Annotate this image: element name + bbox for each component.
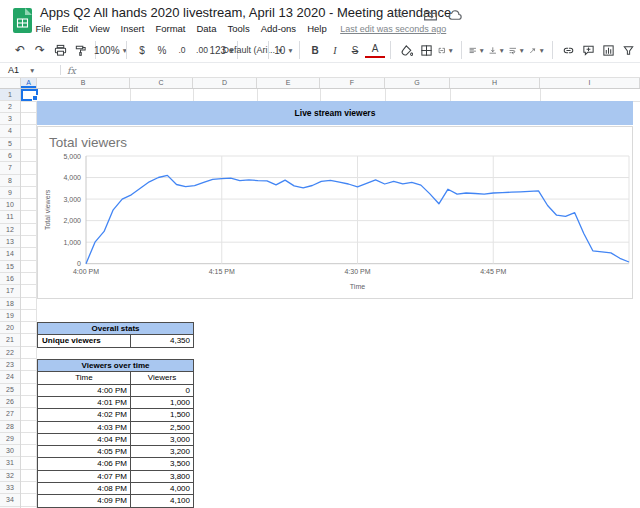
row-header-25[interactable]: 25 bbox=[0, 384, 20, 396]
column-header-c[interactable]: C bbox=[130, 78, 193, 88]
merge-cells-button[interactable]: ▼ bbox=[436, 40, 456, 60]
column-header-g[interactable]: G bbox=[385, 78, 450, 88]
borders-button[interactable] bbox=[416, 40, 436, 60]
menu-view[interactable]: View bbox=[84, 23, 115, 34]
text-wrap-button[interactable]: ▼ bbox=[507, 40, 527, 60]
row-header-7[interactable]: 7 bbox=[0, 162, 20, 174]
row-header-19[interactable]: 19 bbox=[0, 310, 20, 322]
time-cell[interactable]: 4:08 PM bbox=[38, 483, 131, 495]
filter-button[interactable] bbox=[618, 40, 638, 60]
menu-file[interactable]: File bbox=[30, 23, 56, 34]
stat-label-cell[interactable]: Unique viewers bbox=[38, 335, 131, 347]
overall-stats-header-cell[interactable]: Overall stats bbox=[38, 323, 194, 335]
row-header-10[interactable]: 10 bbox=[0, 199, 20, 211]
viewers-table-header-cell[interactable]: Viewers over time bbox=[38, 360, 194, 372]
decrease-decimal-button[interactable]: .0 bbox=[172, 40, 192, 60]
viewers-cell[interactable]: 3,000 bbox=[131, 434, 194, 446]
time-column-header-cell[interactable]: Time bbox=[38, 372, 131, 384]
row-header-21[interactable]: 21 bbox=[0, 334, 20, 346]
column-header-f[interactable]: F bbox=[320, 78, 385, 88]
livestream-banner-cell[interactable]: Live stream viewers bbox=[37, 101, 633, 126]
document-title[interactable]: Apps Q2 All hands 2020 livestream, April… bbox=[40, 5, 451, 20]
column-header-a[interactable]: A bbox=[21, 78, 37, 88]
row-header-30[interactable]: 30 bbox=[0, 445, 20, 457]
text-color-button[interactable]: A bbox=[365, 42, 385, 58]
last-edit-link[interactable]: Last edit was seconds ago bbox=[340, 24, 446, 34]
sheet-grid[interactable]: 1234567891011121314151617181920212223242… bbox=[0, 89, 640, 508]
row-header-22[interactable]: 22 bbox=[0, 347, 20, 359]
total-viewers-chart[interactable]: 01,0002,0003,0004,0005,0004:00 PM4:15 PM… bbox=[37, 126, 633, 299]
italic-button[interactable]: I bbox=[325, 40, 345, 60]
row-header-32[interactable]: 32 bbox=[0, 470, 20, 482]
row-header-28[interactable]: 28 bbox=[0, 421, 20, 433]
time-cell[interactable]: 4:02 PM bbox=[38, 409, 131, 421]
font-size-select[interactable]: 10▼ bbox=[274, 40, 294, 60]
column-header-e[interactable]: E bbox=[257, 78, 320, 88]
row-header-15[interactable]: 15 bbox=[0, 261, 20, 273]
row-header-5[interactable]: 5 bbox=[0, 138, 20, 150]
row-header-27[interactable]: 27 bbox=[0, 408, 20, 420]
star-icon[interactable]: ☆ bbox=[392, 7, 407, 22]
chevron-down-icon[interactable]: ▼ bbox=[29, 67, 35, 74]
paint-format-button[interactable] bbox=[70, 40, 90, 60]
row-header-16[interactable]: 16 bbox=[0, 273, 20, 285]
row-header-6[interactable]: 6 bbox=[0, 150, 20, 162]
column-header-i[interactable]: I bbox=[540, 78, 640, 88]
row-header-34[interactable]: 34 bbox=[0, 494, 20, 506]
viewers-cell[interactable]: 3,500 bbox=[131, 458, 194, 470]
menu-add-ons[interactable]: Add-ons bbox=[255, 23, 301, 34]
format-currency-button[interactable]: $ bbox=[132, 40, 152, 60]
row-header-33[interactable]: 33 bbox=[0, 482, 20, 494]
font-select[interactable]: Default (Ari...▼ bbox=[243, 40, 263, 60]
row-header-13[interactable]: 13 bbox=[0, 236, 20, 248]
print-button[interactable] bbox=[50, 40, 70, 60]
row-header-17[interactable]: 17 bbox=[0, 285, 20, 297]
insert-chart-button[interactable] bbox=[598, 40, 618, 60]
vertical-align-button[interactable]: ▼ bbox=[487, 40, 507, 60]
selected-cell-a1[interactable] bbox=[21, 89, 38, 102]
redo-button[interactable]: ↷ bbox=[30, 40, 50, 60]
menu-help[interactable]: Help bbox=[302, 23, 333, 34]
viewers-cell[interactable]: 3,800 bbox=[131, 471, 194, 483]
row-header-29[interactable]: 29 bbox=[0, 433, 20, 445]
row-header-12[interactable]: 12 bbox=[0, 224, 20, 236]
row-header-31[interactable]: 31 bbox=[0, 457, 20, 469]
strikethrough-button[interactable]: S bbox=[345, 40, 365, 60]
column-header-b[interactable]: B bbox=[37, 78, 130, 88]
row-header-18[interactable]: 18 bbox=[0, 298, 20, 310]
viewers-cell[interactable]: 4,000 bbox=[131, 483, 194, 495]
menu-edit[interactable]: Edit bbox=[56, 23, 83, 34]
name-box[interactable]: A1 ▼ bbox=[0, 65, 58, 75]
row-header-9[interactable]: 9 bbox=[0, 187, 20, 199]
column-header-d[interactable]: D bbox=[193, 78, 257, 88]
row-header-20[interactable]: 20 bbox=[0, 322, 20, 334]
viewers-cell[interactable]: 3,200 bbox=[131, 446, 194, 458]
viewers-cell[interactable]: 2,500 bbox=[131, 422, 194, 434]
viewers-cell[interactable]: 1,000 bbox=[131, 397, 194, 409]
time-cell[interactable]: 4:07 PM bbox=[38, 471, 131, 483]
menu-format[interactable]: Format bbox=[150, 23, 191, 34]
menu-data[interactable]: Data bbox=[191, 23, 222, 34]
row-header-24[interactable]: 24 bbox=[0, 371, 20, 383]
row-header-26[interactable]: 26 bbox=[0, 396, 20, 408]
time-cell[interactable]: 4:04 PM bbox=[38, 434, 131, 446]
row-header-4[interactable]: 4 bbox=[0, 125, 20, 137]
horizontal-align-button[interactable]: ▼ bbox=[467, 40, 487, 60]
zoom-select[interactable]: 100%▼ bbox=[101, 40, 121, 60]
format-percent-button[interactable]: % bbox=[152, 40, 172, 60]
time-cell[interactable]: 4:06 PM bbox=[38, 458, 131, 470]
text-rotation-button[interactable]: ▼ bbox=[527, 40, 547, 60]
bold-button[interactable]: B bbox=[305, 40, 325, 60]
time-cell[interactable]: 4:01 PM bbox=[38, 397, 131, 409]
time-cell[interactable]: 4:05 PM bbox=[38, 446, 131, 458]
row-header-14[interactable]: 14 bbox=[0, 248, 20, 260]
row-header-8[interactable]: 8 bbox=[0, 175, 20, 187]
row-header-1[interactable]: 1 bbox=[0, 89, 20, 101]
viewers-cell[interactable]: 0 bbox=[131, 385, 194, 397]
time-cell[interactable]: 4:03 PM bbox=[38, 422, 131, 434]
cloud-status-icon[interactable] bbox=[447, 8, 462, 23]
time-cell[interactable]: 4:00 PM bbox=[38, 385, 131, 397]
select-all-corner[interactable] bbox=[0, 78, 21, 88]
menu-insert[interactable]: Insert bbox=[115, 23, 150, 34]
insert-link-button[interactable] bbox=[558, 40, 578, 60]
